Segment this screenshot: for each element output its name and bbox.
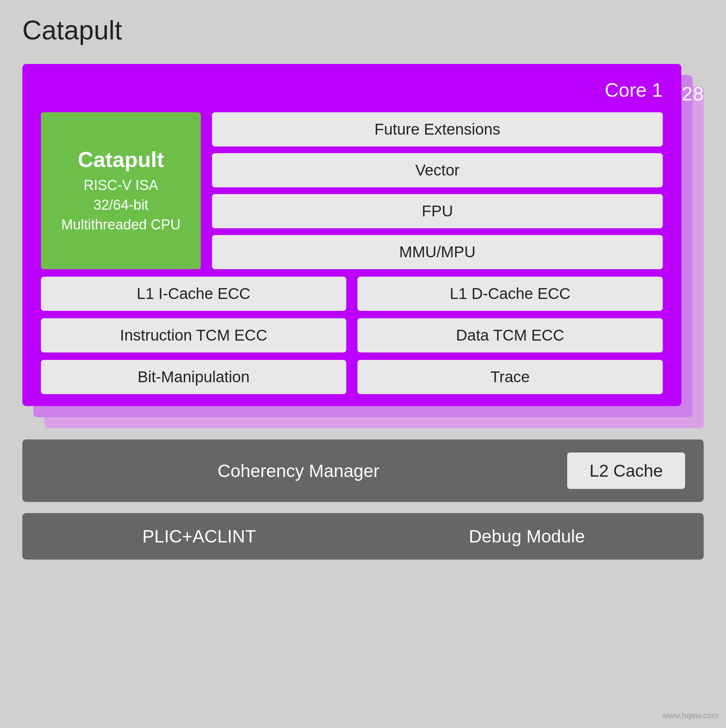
l1-dcache-ecc-module: L1 D-Cache ECC (357, 277, 663, 311)
debug-module-label: Debug Module (369, 526, 685, 546)
vector-module: Vector (212, 153, 663, 187)
row-l1-cache: L1 I-Cache ECC L1 D-Cache ECC (41, 277, 663, 311)
modules-right-column: Future Extensions Vector FPU MMU/MPU (212, 112, 663, 269)
catapult-box-title: Catapult (78, 147, 164, 172)
data-tcm-ecc-module: Data TCM ECC (357, 318, 663, 352)
plic-aclint-label: PLIC+ACLINT (41, 526, 357, 546)
l1-icache-ecc-module: L1 I-Cache ECC (41, 277, 346, 311)
bottom-bar: PLIC+ACLINT Debug Module (22, 513, 704, 560)
trace-module: Trace (357, 360, 663, 394)
core-2-label: 2 (682, 83, 692, 105)
core-top-row: Catapult RISC-V ISA32/64-bitMultithreade… (41, 112, 663, 269)
instruction-tcm-ecc-module: Instruction TCM ECC (41, 318, 346, 352)
core-1-layer: Core 1 Catapult RISC-V ISA32/64-bitMulti… (22, 64, 682, 406)
mmu-mpu-module: MMU/MPU (212, 235, 663, 269)
future-extensions-module: Future Extensions (212, 112, 663, 147)
fpu-module: FPU (212, 194, 663, 228)
catapult-box-subtitle: RISC-V ISA32/64-bitMultithreaded CPU (61, 176, 181, 235)
l2-cache-box: L2 Cache (567, 453, 685, 489)
coherency-section: Coherency Manager L2 Cache (22, 439, 704, 502)
cores-stack: 2 8 Core 1 Catapult RISC-V ISA32/64-bitM… (22, 64, 704, 428)
catapult-cpu-box: Catapult RISC-V ISA32/64-bitMultithreade… (41, 112, 201, 269)
bottom-rows: L1 I-Cache ECC L1 D-Cache ECC Instructio… (41, 277, 663, 394)
watermark: www.hqew.com (662, 711, 718, 720)
core-1-label: Core 1 (41, 79, 663, 101)
row-bit-trace: Bit-Manipulation Trace (41, 360, 663, 394)
core-content: Catapult RISC-V ISA32/64-bitMultithreade… (41, 112, 663, 394)
page-title: Catapult (22, 15, 704, 45)
core-8-label: 8 (693, 83, 704, 105)
row-tcm: Instruction TCM ECC Data TCM ECC (41, 318, 663, 352)
bit-manipulation-module: Bit-Manipulation (41, 360, 346, 394)
coherency-manager-label: Coherency Manager (41, 461, 556, 481)
main-container: 2 8 Core 1 Catapult RISC-V ISA32/64-bitM… (22, 64, 704, 560)
